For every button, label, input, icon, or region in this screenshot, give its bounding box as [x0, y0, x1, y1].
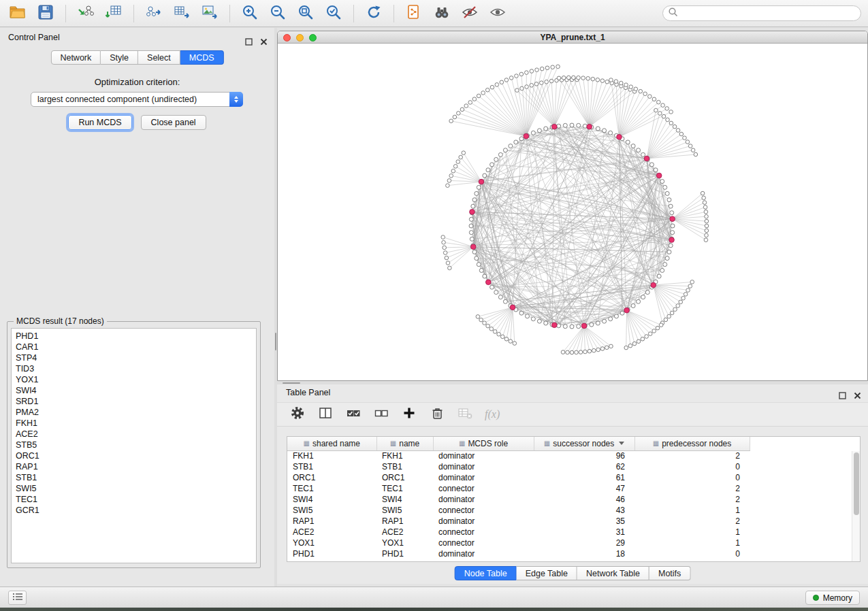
table-cell[interactable]: SWI5: [376, 505, 433, 516]
criterion-select[interactable]: largest connected component (undirected): [31, 92, 243, 107]
table-row[interactable]: ORC1ORC1dominator610: [287, 472, 750, 483]
zoom-in-button[interactable]: [239, 3, 261, 24]
search-network-button[interactable]: [431, 3, 453, 24]
mcds-result-item[interactable]: YOX1: [12, 374, 256, 385]
column-header-successor-nodes[interactable]: ▦successor nodes: [534, 437, 634, 450]
mcds-result-item[interactable]: GCR1: [12, 505, 256, 516]
zoom-selected-button[interactable]: [323, 3, 344, 24]
table-cell[interactable]: 0: [634, 548, 750, 559]
table-cell[interactable]: STB1: [376, 461, 433, 472]
zoom-fit-button[interactable]: [295, 3, 317, 24]
table-row[interactable]: SWI4SWI4dominator462: [287, 494, 750, 505]
unselect-all-columns-button[interactable]: [373, 405, 389, 424]
column-header-MCDS-role[interactable]: ▦MCDS role: [433, 437, 534, 450]
memory-button[interactable]: Memory: [805, 591, 860, 605]
window-close-icon[interactable]: [283, 34, 291, 42]
table-row[interactable]: PHD1PHD1dominator180: [287, 548, 750, 559]
tab-network-table[interactable]: Network Table: [577, 566, 649, 580]
table-cell[interactable]: connector: [433, 483, 534, 494]
table-cell[interactable]: dominator: [433, 472, 534, 483]
import-network-button[interactable]: [75, 3, 97, 24]
table-cell[interactable]: dominator: [433, 461, 534, 472]
mcds-result-item[interactable]: SRD1: [12, 396, 256, 407]
table-row[interactable]: ACE2ACE2connector311: [287, 527, 750, 538]
table-cell[interactable]: connector: [433, 538, 534, 548]
mcds-result-item[interactable]: RAP1: [12, 461, 256, 472]
table-row[interactable]: RAP1RAP1dominator352: [287, 516, 750, 527]
table-cell[interactable]: 2: [634, 450, 750, 461]
table-cell[interactable]: 35: [534, 516, 634, 527]
column-header-predecessor-nodes[interactable]: ▦predecessor nodes: [634, 437, 750, 450]
table-cell[interactable]: 96: [534, 450, 634, 461]
tab-node-table[interactable]: Node Table: [455, 566, 517, 580]
table-cell[interactable]: ORC1: [376, 472, 433, 483]
close-panel-icon[interactable]: [260, 33, 268, 52]
table-scrollbar[interactable]: [852, 451, 860, 561]
mcds-result-item[interactable]: FKH1: [12, 418, 256, 429]
float-panel-icon[interactable]: [245, 33, 253, 52]
mcds-result-item[interactable]: STB1: [12, 472, 256, 483]
table-cell[interactable]: 2: [634, 516, 750, 527]
toggle-graphics-details-button[interactable]: [459, 3, 481, 24]
table-row[interactable]: FKH1FKH1dominator962: [287, 450, 750, 461]
column-header-name[interactable]: ▦name: [376, 437, 433, 450]
table-cell[interactable]: 2: [634, 494, 750, 505]
share-document-button[interactable]: [403, 3, 425, 24]
table-cell[interactable]: ACE2: [287, 527, 376, 538]
tab-motifs[interactable]: Motifs: [649, 566, 690, 580]
table-cell[interactable]: ACE2: [376, 527, 433, 538]
tab-style[interactable]: Style: [101, 50, 138, 65]
float-table-panel-icon[interactable]: [839, 389, 846, 405]
table-cell[interactable]: RAP1: [287, 516, 376, 527]
tab-network[interactable]: Network: [50, 50, 101, 65]
mcds-result-item[interactable]: ORC1: [12, 450, 256, 461]
table-cell[interactable]: dominator: [433, 516, 534, 527]
table-cell[interactable]: 0: [634, 472, 750, 483]
export-image-button[interactable]: [199, 3, 221, 24]
network-canvas[interactable]: [278, 44, 867, 380]
table-cell[interactable]: 47: [534, 483, 634, 494]
table-cell[interactable]: 0: [634, 461, 750, 472]
table-cell[interactable]: SWI4: [287, 494, 376, 505]
table-cell[interactable]: 1: [634, 538, 750, 548]
table-cell[interactable]: FKH1: [287, 450, 376, 461]
apply-layout-button[interactable]: [363, 3, 385, 24]
table-cell[interactable]: 29: [534, 538, 634, 548]
delete-table-button[interactable]: [457, 405, 473, 424]
table-cell[interactable]: dominator: [433, 494, 534, 505]
mcds-result-item[interactable]: TEC1: [12, 494, 256, 505]
network-window-titlebar[interactable]: YPA_prune.txt_1: [278, 31, 867, 44]
table-cell[interactable]: RAP1: [376, 516, 433, 527]
close-panel-button[interactable]: Close panel: [141, 115, 206, 130]
tab-edge-table[interactable]: Edge Table: [517, 566, 577, 580]
run-mcds-button[interactable]: Run MCDS: [68, 115, 131, 130]
add-column-button[interactable]: [401, 405, 417, 424]
mcds-result-item[interactable]: PHD1: [12, 331, 256, 342]
function-builder-button[interactable]: f(x): [485, 408, 500, 420]
table-cell[interactable]: 1: [634, 527, 750, 538]
table-cell[interactable]: dominator: [433, 548, 534, 559]
search-input[interactable]: [679, 7, 861, 20]
table-cell[interactable]: 46: [534, 494, 634, 505]
window-minimize-icon[interactable]: [296, 34, 304, 42]
table-cell[interactable]: 31: [534, 527, 634, 538]
mcds-result-item[interactable]: STP4: [12, 352, 256, 363]
mcds-result-item[interactable]: PMA2: [12, 407, 256, 418]
table-row[interactable]: STB1STB1dominator620: [287, 461, 750, 472]
table-cell[interactable]: 62: [534, 461, 634, 472]
zoom-out-button[interactable]: [267, 3, 289, 24]
mcds-result-item[interactable]: CAR1: [12, 342, 256, 352]
tab-select[interactable]: Select: [138, 50, 180, 65]
scrollbar-thumb[interactable]: [854, 452, 859, 515]
show-column-panel-button[interactable]: [317, 405, 334, 424]
table-cell[interactable]: 1: [634, 505, 750, 516]
mcds-result-item[interactable]: STB5: [12, 440, 256, 450]
table-cell[interactable]: ORC1: [287, 472, 376, 483]
table-row[interactable]: TEC1TEC1connector472: [287, 483, 750, 494]
table-cell[interactable]: PHD1: [376, 548, 433, 559]
export-table-button[interactable]: [171, 3, 193, 24]
table-cell[interactable]: YOX1: [376, 538, 433, 548]
table-cell[interactable]: connector: [433, 527, 534, 538]
table-cell[interactable]: 2: [634, 483, 750, 494]
import-table-button[interactable]: [103, 3, 125, 24]
